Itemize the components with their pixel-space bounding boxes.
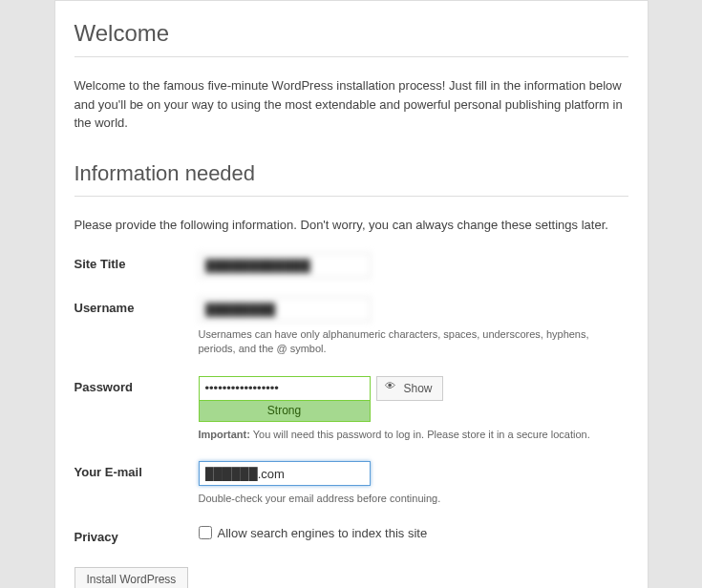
site-title-label: Site Title bbox=[74, 253, 199, 271]
email-hint: Double-check your email address before c… bbox=[199, 492, 609, 506]
password-label: Password bbox=[74, 376, 199, 394]
install-panel: Welcome Welcome to the famous five-minut… bbox=[54, 0, 649, 588]
password-hint: Important: You will need this password t… bbox=[199, 428, 609, 442]
privacy-row: Privacy Allow search engines to index th… bbox=[74, 516, 628, 554]
install-button[interactable]: Install WordPress bbox=[74, 567, 189, 588]
show-password-label: Show bbox=[404, 382, 433, 395]
username-hint: Usernames can have only alphanumeric cha… bbox=[199, 327, 609, 357]
username-label: Username bbox=[74, 297, 199, 315]
password-strength: Strong bbox=[199, 400, 371, 422]
eye-icon bbox=[387, 384, 400, 393]
welcome-intro: Welcome to the famous five-minute WordPr… bbox=[74, 76, 628, 133]
email-label: Your E-mail bbox=[74, 461, 199, 479]
site-title-row: Site Title bbox=[74, 243, 628, 287]
show-password-button[interactable]: Show bbox=[376, 376, 443, 401]
username-input[interactable] bbox=[199, 297, 371, 322]
username-row: Username Usernames can have only alphanu… bbox=[74, 287, 628, 367]
email-input[interactable] bbox=[199, 461, 371, 486]
info-heading: Information needed bbox=[74, 161, 628, 197]
privacy-checkbox[interactable] bbox=[199, 526, 212, 539]
site-title-input[interactable] bbox=[199, 253, 371, 278]
privacy-checkbox-label[interactable]: Allow search engines to index this site bbox=[218, 526, 428, 540]
info-text: Please provide the following information… bbox=[74, 216, 628, 235]
privacy-label: Privacy bbox=[74, 526, 199, 544]
password-input[interactable] bbox=[199, 376, 371, 401]
email-row: Your E-mail Double-check your email addr… bbox=[74, 452, 628, 515]
welcome-heading: Welcome bbox=[74, 20, 628, 57]
password-row: Password Show Strong Important: You will… bbox=[74, 367, 628, 452]
